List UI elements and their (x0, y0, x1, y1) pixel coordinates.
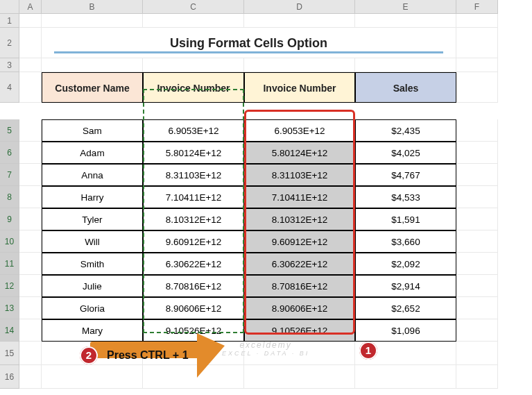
cell-invoice2-13[interactable]: 8.90606E+12 (244, 297, 355, 319)
cell-a9[interactable] (19, 208, 42, 230)
cell-a12[interactable] (19, 275, 42, 297)
cell-sales-7[interactable]: $4,767 (355, 164, 456, 186)
row-head-14[interactable]: 14 (0, 319, 19, 342)
cell-name-14[interactable]: Mary (42, 319, 143, 342)
cell-name-9[interactable]: Tyler (42, 208, 143, 230)
row-head-12[interactable]: 12 (0, 275, 19, 297)
row-head-2[interactable]: 2 (0, 28, 19, 58)
cell-f5[interactable] (456, 119, 498, 142)
cell-name-8[interactable]: Harry (42, 186, 143, 208)
cell-c3[interactable] (143, 58, 244, 72)
cell-a16[interactable] (19, 365, 42, 389)
cell-a14[interactable] (19, 319, 42, 342)
cell-f13[interactable] (456, 297, 498, 319)
cell-a2[interactable] (19, 28, 42, 58)
cell-invoice2-12[interactable]: 8.70816E+12 (244, 275, 355, 297)
row-head-13[interactable]: 13 (0, 297, 19, 319)
cell-name-10[interactable]: Will (42, 230, 143, 253)
header-invoice-number-2[interactable]: Invoice Number (244, 72, 355, 103)
cell-f12[interactable] (456, 275, 498, 297)
cell-invoice1-7[interactable]: 8.31103E+12 (143, 164, 244, 186)
cell-b3[interactable] (42, 58, 143, 72)
cell-invoice1-10[interactable]: 9.60912E+12 (143, 230, 244, 253)
cell-f14[interactable] (456, 319, 498, 342)
cell-sales-8[interactable]: $4,533 (355, 186, 456, 208)
cell-c16[interactable] (143, 365, 244, 389)
cell-invoice2-5[interactable]: 6.9053E+12 (244, 119, 355, 142)
cell-a4[interactable] (19, 72, 42, 103)
cell-invoice2-9[interactable]: 8.10312E+12 (244, 208, 355, 230)
cell-invoice1-9[interactable]: 8.10312E+12 (143, 208, 244, 230)
cell-d1[interactable] (244, 14, 355, 28)
cell-f16[interactable] (456, 365, 498, 389)
cell-f1[interactable] (456, 14, 498, 28)
cell-sales-11[interactable]: $2,092 (355, 253, 456, 275)
cell-b16[interactable] (42, 365, 143, 389)
cell-f3[interactable] (456, 58, 498, 72)
cell-a1[interactable] (19, 14, 42, 28)
row-head-7[interactable]: 7 (0, 164, 19, 186)
cell-invoice2-14[interactable]: 9.10526E+12 (244, 319, 355, 342)
cell-a5[interactable] (19, 119, 42, 142)
cell-invoice1-14[interactable]: 9.10526E+12 (143, 319, 244, 342)
cell-c1[interactable] (143, 14, 244, 28)
row-head-11[interactable]: 11 (0, 253, 19, 275)
col-head-d[interactable]: D (244, 0, 355, 14)
row-head-1[interactable]: 1 (0, 14, 19, 28)
cell-f10[interactable] (456, 230, 498, 253)
cell-invoice2-10[interactable]: 9.60912E+12 (244, 230, 355, 253)
cell-invoice2-6[interactable]: 5.80124E+12 (244, 142, 355, 164)
cell-invoice1-12[interactable]: 8.70816E+12 (143, 275, 244, 297)
cell-a3[interactable] (19, 58, 42, 72)
cell-sales-13[interactable]: $2,652 (355, 297, 456, 319)
cell-name-12[interactable]: Julie (42, 275, 143, 297)
cell-invoice2-11[interactable]: 6.30622E+12 (244, 253, 355, 275)
cell-d15[interactable] (244, 342, 355, 365)
cell-f6[interactable] (456, 142, 498, 164)
row-head-5[interactable]: 5 (0, 119, 19, 142)
cell-sales-10[interactable]: $3,660 (355, 230, 456, 253)
cell-sales-9[interactable]: $1,591 (355, 208, 456, 230)
cell-invoice1-8[interactable]: 7.10411E+12 (143, 186, 244, 208)
cell-name-11[interactable]: Smith (42, 253, 143, 275)
spreadsheet-grid[interactable]: A B C D E F 1 2 Using Format Cells Optio… (0, 0, 532, 103)
row-head-15[interactable]: 15 (0, 342, 19, 365)
cell-sales-14[interactable]: $1,096 (355, 319, 456, 342)
cell-f7[interactable] (456, 164, 498, 186)
row-head-9[interactable]: 9 (0, 208, 19, 230)
cell-a6[interactable] (19, 142, 42, 164)
cell-f4[interactable] (456, 72, 498, 103)
row-head-10[interactable]: 10 (0, 230, 19, 253)
cell-sales-6[interactable]: $4,025 (355, 142, 456, 164)
cell-sales-5[interactable]: $2,435 (355, 119, 456, 142)
cell-f11[interactable] (456, 253, 498, 275)
header-invoice-number-1[interactable]: Invoice Number (143, 72, 244, 103)
cell-a10[interactable] (19, 230, 42, 253)
select-all-corner[interactable] (0, 0, 19, 14)
cell-e1[interactable] (355, 14, 456, 28)
cell-e3[interactable] (355, 58, 456, 72)
cell-f15[interactable] (456, 342, 498, 365)
cell-sales-12[interactable]: $2,914 (355, 275, 456, 297)
row-head-16[interactable]: 16 (0, 365, 19, 389)
cell-f2[interactable] (456, 28, 498, 58)
cell-invoice1-6[interactable]: 5.80124E+12 (143, 142, 244, 164)
cell-f8[interactable] (456, 186, 498, 208)
header-customer-name[interactable]: Customer Name (42, 72, 143, 103)
cell-b1[interactable] (42, 14, 143, 28)
col-head-c[interactable]: C (143, 0, 244, 14)
cell-a11[interactable] (19, 253, 42, 275)
col-head-e[interactable]: E (355, 0, 456, 14)
cell-invoice2-8[interactable]: 7.10411E+12 (244, 186, 355, 208)
cell-f9[interactable] (456, 208, 498, 230)
cell-d16[interactable] (244, 365, 355, 389)
col-head-f[interactable]: F (456, 0, 498, 14)
cell-a15[interactable] (19, 342, 42, 365)
cell-invoice1-5[interactable]: 6.9053E+12 (143, 119, 244, 142)
cell-invoice1-13[interactable]: 8.90606E+12 (143, 297, 244, 319)
cell-name-7[interactable]: Anna (42, 164, 143, 186)
col-head-a[interactable]: A (19, 0, 42, 14)
cell-a13[interactable] (19, 297, 42, 319)
header-sales[interactable]: Sales (355, 72, 456, 103)
col-head-b[interactable]: B (42, 0, 143, 14)
